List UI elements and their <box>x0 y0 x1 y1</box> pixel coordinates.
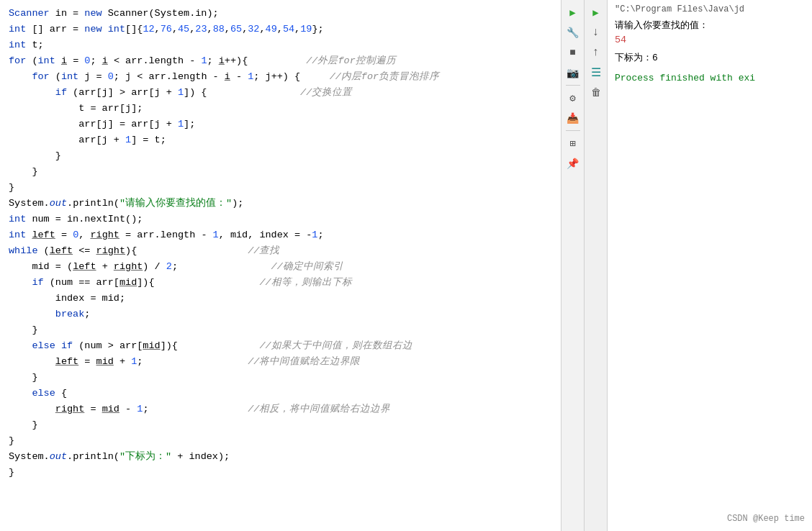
code-editor: Scanner in = new Scanner(System.in); int… <box>0 6 561 481</box>
toolbar-separator-2 <box>566 130 580 131</box>
output-prompt: 请输入你要查找的值： <box>615 19 805 32</box>
output-toolbar: ▶ ↓ ↑ ☰ 🗑 <box>584 0 607 531</box>
output-index-label: 下标为：6 <box>615 51 805 64</box>
settings-button[interactable]: ⚙ <box>564 88 582 107</box>
output-footer-credit: CSDN @Keep time <box>615 514 805 527</box>
format-button[interactable]: ☰ <box>587 63 605 82</box>
output-process-text: Process finished with exi <box>615 73 805 83</box>
run-button[interactable]: ▶ <box>564 3 582 22</box>
output-panel: "C:\Program Files\Java\jd 请输入你要查找的值： 54 … <box>607 0 812 531</box>
pin-button[interactable]: 📌 <box>564 154 582 173</box>
import-button[interactable]: 📥 <box>564 109 582 127</box>
grid-button[interactable]: ⊞ <box>564 134 582 153</box>
arrow-up-button[interactable]: ↑ <box>587 43 605 62</box>
output-path: "C:\Program Files\Java\jd <box>615 4 805 14</box>
toolbar-separator-1 <box>566 85 580 86</box>
arrow-down-button[interactable]: ↓ <box>587 23 605 42</box>
output-value: 54 <box>615 35 805 45</box>
stop-button[interactable]: ■ <box>564 43 582 62</box>
screenshot-button[interactable]: 📷 <box>564 63 582 82</box>
debug-button[interactable]: 🔧 <box>564 23 582 42</box>
delete-button[interactable]: 🗑 <box>587 83 605 102</box>
toolbar: ▶ 🔧 ■ 📷 ⚙ 📥 ⊞ 📌 <box>561 0 584 531</box>
code-panel: Scanner in = new Scanner(System.in); int… <box>0 0 561 531</box>
play-arrow-button[interactable]: ▶ <box>587 3 605 22</box>
